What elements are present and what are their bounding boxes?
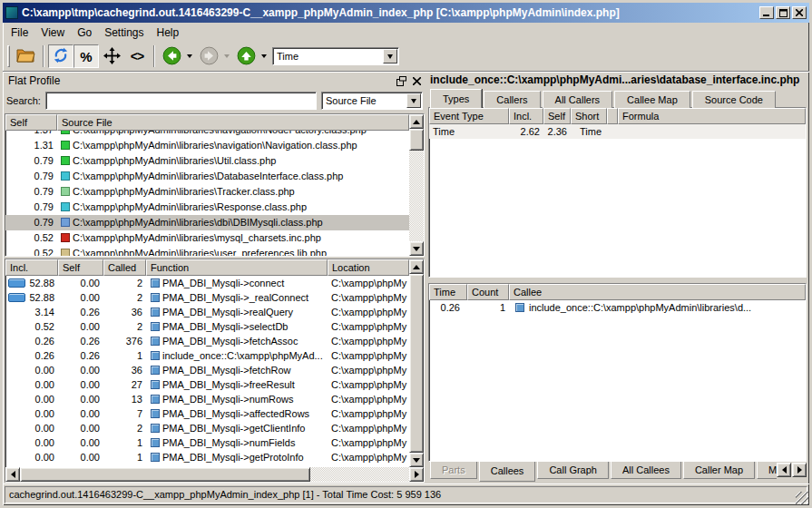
tab-caller-map[interactable]: Caller Map	[683, 462, 755, 479]
function-row[interactable]: 0.00 0.00 1 PMA_DBI_Mysqli->numFields C:…	[5, 435, 409, 450]
column-header-time[interactable]: Time	[429, 284, 467, 300]
tab-callers[interactable]: Callers	[484, 91, 540, 108]
column-header-callee[interactable]: Callee	[509, 284, 806, 300]
tab-types[interactable]: Types	[430, 89, 482, 108]
menu-file[interactable]: File	[5, 24, 34, 41]
maximize-button[interactable]	[776, 6, 790, 19]
up-button[interactable]	[233, 44, 259, 68]
percentage-button[interactable]: %	[73, 44, 99, 68]
back-dropdown-icon[interactable]	[187, 54, 192, 58]
menu-go[interactable]: Go	[71, 24, 98, 41]
search-input[interactable]	[45, 92, 317, 110]
column-header-short[interactable]: Short	[571, 108, 607, 124]
column-header-formula[interactable]: Formula	[618, 108, 806, 124]
scrollbar-thumb[interactable]	[409, 129, 424, 151]
function-row[interactable]: 0.26 0.26 376 PMA_DBI_Mysqli->fetchAssoc…	[5, 334, 409, 348]
tab-call-graph[interactable]: Call Graph	[537, 462, 609, 479]
tab-scroll-left-button[interactable]	[777, 463, 791, 477]
file-row[interactable]: 0.79 C:\xampp\phpMyAdmin\libraries\Datab…	[5, 169, 409, 184]
scroll-up-button[interactable]	[409, 259, 424, 274]
scroll-down-button[interactable]	[409, 453, 424, 467]
column-header-blank[interactable]	[607, 108, 618, 124]
function-row[interactable]: 52.88 0.00 2 PMA_DBI_Mysqli->connect C:\…	[5, 276, 409, 290]
menu-help[interactable]: Help	[151, 24, 186, 41]
combobox-dropdown-button[interactable]	[383, 49, 397, 64]
back-button[interactable]	[159, 44, 185, 68]
scrollbar-track[interactable]	[409, 151, 424, 241]
function-row[interactable]: 0.00 0.00 2 PMA_DBI_Mysqli->getClientInf…	[5, 421, 409, 435]
column-header-self[interactable]: Self	[543, 108, 571, 124]
minimize-button[interactable]	[759, 6, 774, 19]
file-row[interactable]: 0.79 C:\xampp\phpMyAdmin\libraries\Track…	[5, 184, 409, 200]
column-header-incl[interactable]: Incl.	[509, 108, 543, 124]
scrollbar-track[interactable]	[310, 467, 409, 482]
dock-close-button[interactable]	[410, 74, 423, 87]
function-row[interactable]: 3.14 0.26 36 PMA_DBI_Mysqli->realQuery C…	[5, 305, 409, 319]
arrow-up-icon	[413, 120, 420, 124]
open-file-button[interactable]	[13, 44, 39, 68]
vertical-scrollbar[interactable]	[409, 114, 424, 256]
scroll-right-button[interactable]	[409, 467, 424, 482]
scroll-up-button[interactable]	[409, 114, 424, 129]
horizontal-scrollbar[interactable]	[5, 467, 424, 482]
scroll-left-button[interactable]	[5, 467, 20, 482]
column-header-self[interactable]: Self	[5, 114, 57, 131]
function-location: C:\xampp\phpMy	[328, 392, 409, 406]
file-row[interactable]: 0.52 C:\xampp\phpMyAdmin\libraries\user_…	[5, 246, 409, 256]
forward-dropdown-icon[interactable]	[224, 54, 230, 58]
vertical-scrollbar[interactable]	[409, 259, 424, 467]
arrow-left-icon	[11, 471, 15, 478]
function-row[interactable]: 0.00 0.00 7 PMA_DBI_Mysqli->affectedRows…	[5, 406, 409, 421]
grouping-combobox[interactable]: Source File	[321, 92, 423, 110]
menu-view[interactable]: View	[34, 24, 71, 41]
function-row[interactable]: 0.00 0.00 1 PMA_DBI_Mysqli->getProtoInfo…	[5, 450, 409, 464]
tab-scroll-right-button[interactable]	[792, 463, 807, 477]
column-header-count[interactable]: Count	[467, 284, 509, 300]
resize-grip[interactable]	[796, 492, 808, 504]
function-row[interactable]: 0.00 0.00 36 PMA_DBI_Mysqli->fetchRow C:…	[5, 363, 409, 377]
file-row-selected[interactable]: 0.79 C:\xampp\phpMyAdmin\libraries\dbi\D…	[5, 215, 409, 230]
column-header-source-file[interactable]: Source File	[57, 114, 409, 131]
event-type-combobox[interactable]: Time	[272, 47, 399, 65]
cycle-detection-button[interactable]	[48, 44, 73, 68]
tab-callee-map[interactable]: Callee Map	[614, 91, 690, 108]
scrollbar-thumb[interactable]	[20, 467, 310, 482]
combobox-dropdown-button[interactable]	[406, 93, 421, 108]
function-row[interactable]: 0.00 0.00 27 PMA_DBI_Mysqli->freeResult …	[5, 377, 409, 392]
close-button[interactable]	[792, 6, 807, 19]
column-header-incl[interactable]: Incl.	[5, 259, 58, 276]
function-row[interactable]: 0.00 0.00 13 PMA_DBI_Mysqli->numRows C:\…	[5, 392, 409, 406]
tab-all-callees[interactable]: All Callees	[611, 462, 681, 479]
relative-cost-button[interactable]	[99, 44, 124, 68]
file-row[interactable]: 0.79 C:\xampp\phpMyAdmin\libraries\Util.…	[5, 153, 409, 169]
up-dropdown-icon[interactable]	[261, 54, 267, 58]
tab-source-code[interactable]: Source Code	[692, 91, 776, 108]
column-header-location[interactable]: Location	[328, 259, 409, 276]
toolbar-handle[interactable]	[7, 45, 10, 67]
menu-settings[interactable]: Settings	[98, 24, 150, 41]
dock-float-button[interactable]	[395, 74, 407, 87]
file-row[interactable]: 1.31 C:\xampp\phpMyAdmin\libraries\navig…	[5, 138, 409, 153]
scroll-down-button[interactable]	[409, 241, 424, 256]
function-icon	[151, 351, 160, 360]
shorten-templates-button[interactable]: <>	[124, 44, 150, 68]
column-header-event-type[interactable]: Event Type	[429, 108, 509, 124]
tab-machine-code[interactable]: Machine	[757, 462, 777, 479]
function-row[interactable]: 52.88 0.00 2 PMA_DBI_Mysqli->_realConnec…	[5, 290, 409, 305]
tab-all-callers[interactable]: All Callers	[543, 91, 613, 108]
file-row[interactable]: 1.37 C:\xampp\phpMyAdmin\libraries\navig…	[5, 131, 409, 138]
function-row[interactable]: 0.52 0.00 2 PMA_DBI_Mysqli->selectDb C:\…	[5, 319, 409, 334]
function-icon	[151, 453, 160, 462]
callee-row[interactable]: 0.26 1 include_once::C:\xampp\phpMyAdmin…	[429, 300, 806, 315]
column-header-called[interactable]: Called	[103, 259, 146, 276]
forward-button[interactable]	[196, 44, 222, 68]
tab-callees[interactable]: Callees	[479, 462, 536, 482]
column-header-self[interactable]: Self	[58, 259, 103, 276]
file-row[interactable]: 0.52 C:\xampp\phpMyAdmin\libraries\mysql…	[5, 230, 409, 246]
file-row[interactable]: 0.79 C:\xampp\phpMyAdmin\libraries\Respo…	[5, 200, 409, 215]
callee-time: 0.26	[429, 300, 467, 315]
column-header-function[interactable]: Function	[146, 259, 328, 276]
scrollbar-thumb[interactable]	[409, 274, 424, 453]
function-row[interactable]: 0.26 0.26 1 include_once::C:\xampp\phpMy…	[5, 348, 409, 363]
event-type-row[interactable]: Time 2.62 2.36 Time	[429, 124, 806, 139]
